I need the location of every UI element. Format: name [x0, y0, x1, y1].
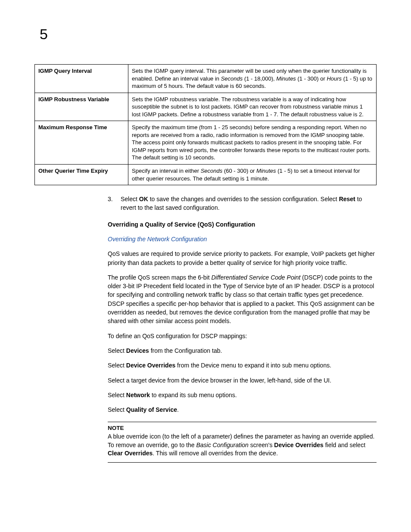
- chapter-number: 5: [40, 26, 377, 43]
- body-content: 3. Select OK to save the changes and ove…: [108, 195, 377, 463]
- reset-label: Reset: [339, 196, 355, 202]
- table-row: IGMP Robustness VariableSets the IGMP ro…: [35, 93, 377, 121]
- select-network: Select Network to expand its sub menu op…: [108, 391, 377, 399]
- ok-label: OK: [139, 196, 148, 202]
- parameter-name: Maximum Response Time: [35, 121, 128, 165]
- dscp-paragraph: The profile QoS screen maps the 6-bit Di…: [108, 273, 377, 326]
- network-config-link[interactable]: Overriding the Network Configuration: [108, 235, 377, 243]
- note-block: NOTE A blue override icon (to the left o…: [108, 422, 377, 462]
- select-qos: Select Quality of Service.: [108, 405, 377, 414]
- define-paragraph: To define an QoS configuration for DSCP …: [108, 332, 377, 340]
- note-label: NOTE: [108, 424, 377, 432]
- select-target: Select a target device from the device b…: [108, 376, 377, 385]
- parameter-description: Specify an interval in either Seconds (6…: [128, 165, 377, 185]
- parameter-description: Sets the IGMP query interval. This param…: [128, 65, 377, 93]
- parameter-description: Sets the IGMP robustness variable. The r…: [128, 93, 377, 121]
- parameter-name: IGMP Query Interval: [35, 65, 128, 93]
- step-3: 3. Select OK to save the changes and ove…: [108, 195, 377, 212]
- qos-heading: Overriding a Quality of Service (QoS) Co…: [108, 220, 377, 229]
- parameter-name: IGMP Robustness Variable: [35, 93, 128, 121]
- parameter-table: IGMP Query IntervalSets the IGMP query i…: [34, 64, 377, 185]
- qos-intro-paragraph: QoS values are required to provide servi…: [108, 249, 377, 267]
- step-text: Select OK to save the changes and overri…: [121, 195, 377, 212]
- select-device-overrides: Select Device Overrides from the Device …: [108, 361, 377, 370]
- document-page: 5 IGMP Query IntervalSets the IGMP query…: [0, 0, 411, 532]
- table-row: Maximum Response TimeSpecify the maximum…: [35, 121, 377, 165]
- step-number: 3.: [108, 195, 121, 212]
- parameter-description: Specify the maximum time (from 1 - 25 se…: [128, 121, 377, 165]
- parameter-name: Other Querier Time Expiry: [35, 165, 128, 185]
- table-row: Other Querier Time ExpirySpecify an inte…: [35, 165, 377, 185]
- table-row: IGMP Query IntervalSets the IGMP query i…: [35, 65, 377, 93]
- note-text: A blue override icon (to the left of a p…: [108, 432, 377, 458]
- select-devices: Select Devices from the Configuration ta…: [108, 346, 377, 355]
